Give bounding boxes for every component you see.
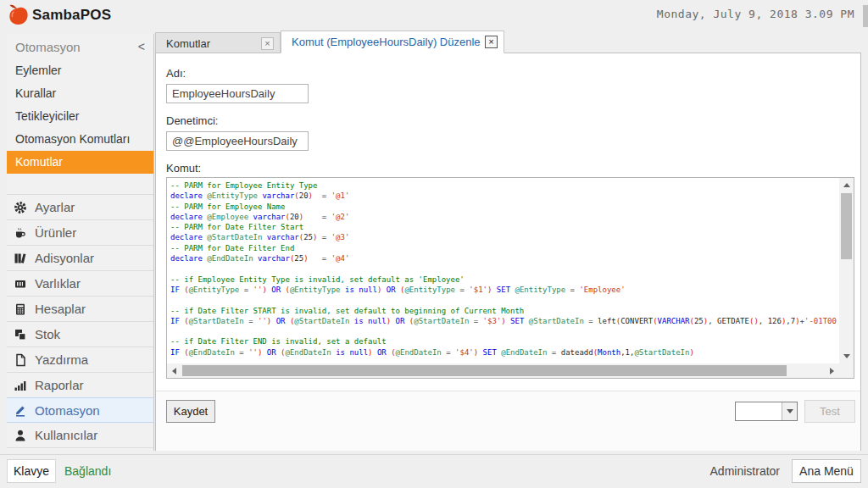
coffee-cup-icon <box>14 226 27 240</box>
gear-icon <box>14 201 27 214</box>
datetime-display: Monday, July 9, 2018 3.09 PM <box>657 8 854 20</box>
vertical-scrollbar[interactable] <box>839 178 854 363</box>
pen-icon <box>14 403 27 417</box>
module-item-hesaplar[interactable]: Hesaplar <box>7 297 153 322</box>
person-icon <box>14 429 27 442</box>
keyboard-button[interactable]: Klavye <box>7 459 56 483</box>
module-item-label: Varlıklar <box>35 276 81 291</box>
scrollbar-artifact <box>863 5 868 27</box>
handler-input[interactable] <box>166 131 309 151</box>
sql-code[interactable]: -- PARM for Employee Entity Typedeclare … <box>167 178 839 363</box>
scroll-down-icon[interactable] <box>843 354 850 358</box>
module-item-yazdirma[interactable]: Yazdırma <box>7 347 153 373</box>
module-item-adisyonlar[interactable]: Adisyonlar <box>7 246 153 271</box>
module-item-label: Raporlar <box>35 378 84 392</box>
module-item-stok[interactable]: Stok <box>7 322 153 347</box>
tab-komut-duzenle[interactable]: Komut (EmployeeHoursDaily) Düzenle × <box>281 30 504 53</box>
connection-status: Bağlandı <box>64 464 111 478</box>
tab-label: Komutlar <box>156 37 261 50</box>
module-item-label: Hesaplar <box>35 302 86 316</box>
module-item-label: Stok <box>35 327 60 341</box>
command-label: Komut: <box>166 162 201 175</box>
scroll-up-icon[interactable] <box>843 183 850 187</box>
name-label: Adı: <box>166 67 186 80</box>
layers-icon <box>14 328 27 341</box>
brand: SambaPOS <box>7 3 111 28</box>
tab-komutlar[interactable]: Komutlar × <box>155 32 281 53</box>
module-item-label: Otomasyon <box>35 403 100 418</box>
tab-label: Komut (EmployeeHoursDaily) Düzenle <box>281 36 485 48</box>
module-item-label: Ayarlar <box>35 200 75 214</box>
sidebar: Otomasyon < Eylemler Kurallar Tetikleyic… <box>7 34 154 451</box>
bar-chart-icon <box>14 379 27 392</box>
sidebar-item-kurallar[interactable]: Kurallar <box>7 82 153 105</box>
app-header: SambaPOS Monday, July 9, 2018 3.09 PM <box>0 0 868 30</box>
panel-footer: Kaydet Test <box>156 391 860 451</box>
sidebar-item-komutlar[interactable]: Komutlar <box>7 151 153 174</box>
command-code-editor[interactable]: -- PARM for Employee Entity Typedeclare … <box>166 177 854 379</box>
module-item-varliklar[interactable]: Varlıklar <box>7 271 153 297</box>
module-item-label: Ürünler <box>35 225 76 240</box>
app-title: SambaPOS <box>32 7 111 24</box>
module-item-label: Yazdırma <box>35 352 88 367</box>
module-item-otomasyon[interactable]: Otomasyon <box>7 397 153 423</box>
sidebar-section-header: Otomasyon < <box>7 34 153 59</box>
close-icon[interactable]: × <box>261 37 274 50</box>
command-editor-panel: Adı: Denetimci: Komut: -- PARM for Emplo… <box>155 53 861 451</box>
scroll-right-icon[interactable] <box>830 368 834 374</box>
cash-register-icon <box>14 277 27 291</box>
books-icon <box>14 252 27 265</box>
dropdown-arrow-button[interactable] <box>782 402 797 420</box>
test-value-dropdown[interactable] <box>735 402 798 421</box>
sambapos-logo-icon <box>7 3 29 28</box>
scroll-left-icon[interactable] <box>172 368 176 374</box>
module-item-label: Adisyonlar <box>35 251 94 265</box>
module-list: Ayarlar Ürünler Adisyonlar Varlıklar Hes… <box>7 194 153 448</box>
main-menu-button[interactable]: Ana Menü <box>792 459 861 483</box>
module-item-kullanicilar[interactable]: Kullanıcılar <box>7 423 153 448</box>
test-button[interactable]: Test <box>804 400 855 423</box>
sidebar-item-otomasyon-komutlari[interactable]: Otomasyon Komutları <box>7 128 153 151</box>
document-icon <box>14 353 27 367</box>
chevron-down-icon <box>787 409 793 413</box>
handler-label: Denetimci: <box>166 114 218 127</box>
module-item-ayarlar[interactable]: Ayarlar <box>7 195 153 220</box>
sidebar-item-tetikleyiciler[interactable]: Tetikleyiciler <box>7 105 153 128</box>
module-item-label: Kullanıcılar <box>35 428 97 442</box>
module-item-urunler[interactable]: Ürünler <box>7 220 153 246</box>
calculator-icon <box>14 302 27 316</box>
save-button[interactable]: Kaydet <box>166 400 215 423</box>
current-user: Administrator <box>710 464 780 478</box>
sidebar-section-title: Otomasyon <box>15 40 81 54</box>
vertical-scrollbar-thumb[interactable] <box>841 193 852 259</box>
close-icon[interactable]: × <box>485 36 498 48</box>
horizontal-scrollbar[interactable] <box>167 363 839 378</box>
name-input[interactable] <box>166 84 309 103</box>
module-item-raporlar[interactable]: Raporlar <box>7 373 153 398</box>
sidebar-item-eylemler[interactable]: Eylemler <box>7 59 153 82</box>
app-footer: Klavye Bağlandı Administrator Ana Menü <box>0 454 868 488</box>
scrollbar-corner <box>839 363 854 378</box>
horizontal-scrollbar-thumb[interactable] <box>182 365 787 376</box>
collapse-chevron-icon[interactable]: < <box>138 40 145 53</box>
